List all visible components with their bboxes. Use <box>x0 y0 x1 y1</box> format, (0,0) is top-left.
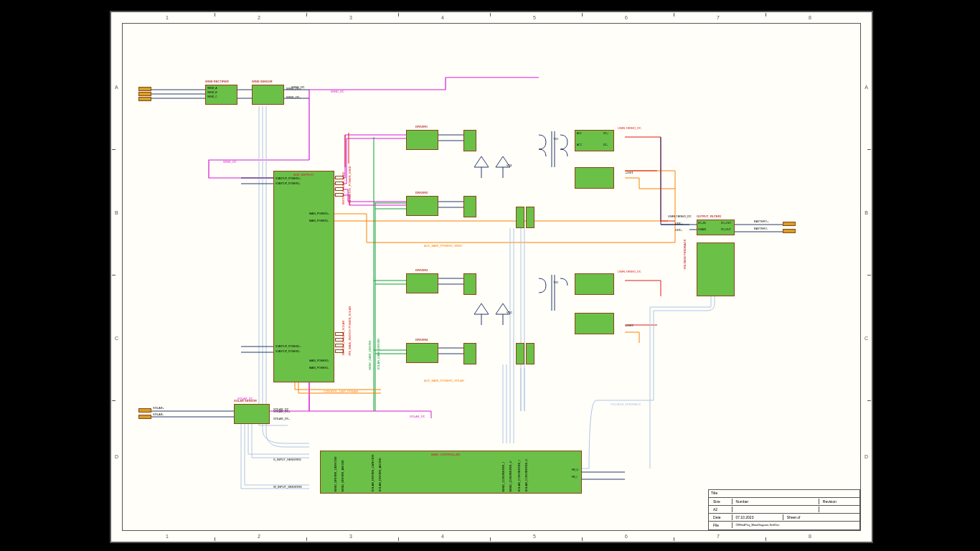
col-1b: 1 <box>166 534 169 539</box>
net-sinput: S_INPUT_SENSORS <box>273 458 301 461</box>
net-24v1: +24V1 <box>625 171 633 174</box>
row-a: A <box>115 85 118 90</box>
block-cs2 <box>526 207 534 228</box>
net-battn: BATTERY- <box>754 227 768 230</box>
title-wind-rect: WIND RECTIFIER <box>205 80 229 83</box>
col-6: 6 <box>625 15 628 20</box>
title-d3: DRIVER3 <box>415 268 428 272</box>
row-dr: D <box>864 454 868 459</box>
conn-solar-n <box>138 415 151 419</box>
net-battp: BATTERY+ <box>754 220 768 223</box>
block-rect4 <box>575 313 614 334</box>
block-main-controller <box>320 451 582 494</box>
col-3: 3 <box>349 15 352 20</box>
col-7: 7 <box>717 15 720 20</box>
conn-wind-b <box>138 92 151 96</box>
row-c: C <box>115 336 118 341</box>
net-presw-wind: PRESWITCH_POWER_WIND <box>348 166 352 204</box>
tb-date: 07.10.2023 <box>733 514 783 520</box>
net-wgate: WIND_GATE_DRIVER <box>368 341 372 370</box>
title-block: Title Size Number Revision A2 Date 07.10… <box>708 489 860 530</box>
block-solar-sensor <box>234 404 270 424</box>
net-ctrl-pwr: CONTROL_UNIT_POWER <box>324 390 358 393</box>
col-4b: 4 <box>441 534 444 539</box>
tb-file: OffGridProj_MainDiagram.SchDoc <box>733 522 855 528</box>
block-driver3 <box>406 273 438 293</box>
col-3b: 3 <box>349 534 352 539</box>
block-inv1 <box>463 130 476 151</box>
block-rect2 <box>575 167 614 189</box>
col-8b: 8 <box>809 534 811 539</box>
tb-file-lbl: File <box>711 522 732 528</box>
col-4: 4 <box>441 15 444 20</box>
row-ar: A <box>864 85 868 90</box>
title-outfilt: OUTPUT_FILTER1 <box>697 215 722 218</box>
block-driver4 <box>406 343 438 363</box>
net-sw-wind: SWITCH_POWER_WIND <box>341 172 345 205</box>
block-cs4 <box>526 343 534 364</box>
net-vd2: VD2 <box>507 311 512 314</box>
net-solarn: SOLAR- <box>153 413 164 416</box>
tb-title: Title <box>711 491 717 495</box>
net-aux-solar: AUX_MAIN_POWER1_SOLAR <box>424 379 464 382</box>
conn-solar-p <box>138 408 151 413</box>
net-sw-solar: SWITCH_POWER_SOLAR <box>341 321 345 356</box>
net-wind-dc3: WIND_DC <box>223 160 237 164</box>
tb-rev-lbl: Revision <box>821 499 857 504</box>
block-driver2 <box>406 196 438 216</box>
conn-wind-a <box>138 87 151 91</box>
title-d4: DRIVER4 <box>415 338 428 342</box>
title-vfb: VOLTAGE FEEDBACK <box>683 239 687 269</box>
col-6b: 6 <box>625 534 628 539</box>
net-sdcn: SOLAR_DC- <box>273 417 290 420</box>
col-7b: 7 <box>717 534 720 539</box>
net-sdcp: SOLAR_DC+ <box>273 410 291 413</box>
net-solar-dc3: SOLAR_DC <box>237 397 253 400</box>
conn-batt-p <box>783 222 796 226</box>
net-sgate: SOLAR_GATE_DRIVER <box>377 339 380 370</box>
net-tx2: TX2 <box>553 281 558 284</box>
schematic-sheet: 1 2 3 4 5 6 7 8 1 2 3 4 5 6 7 8 A B C D … <box>110 11 873 543</box>
col-1: 1 <box>166 15 169 20</box>
net-solar-dc2: SOLAR_DC <box>410 415 425 418</box>
col-2: 2 <box>258 15 260 20</box>
block-rect3 <box>575 273 614 295</box>
net-wind-dc2: WIND_DC <box>331 90 344 93</box>
net-24v2: +24V2 <box>625 324 633 327</box>
col-8: 8 <box>809 15 811 20</box>
row-b: B <box>115 210 118 215</box>
block-cs1 <box>516 207 524 228</box>
net-unfilt2: UNFILTERED_DC <box>618 270 641 273</box>
net-prisw-solar: PRI_MAIN_SWITCH POWER_SOLAR <box>348 306 352 356</box>
row-d: D <box>115 454 118 459</box>
net-wdcn: WIND_DC- <box>286 95 301 99</box>
net-unfilt1: UNFILTERED_DC <box>618 126 641 130</box>
net-udcn: UDC- <box>675 228 682 232</box>
net-wdcp: WIND_DC+ <box>286 87 301 90</box>
conn-batt-n <box>783 229 796 233</box>
tb-a2: A2 <box>711 507 732 512</box>
title-wind-sensor: WIND SENSOR <box>252 80 273 83</box>
col-2b: 2 <box>258 534 260 539</box>
col-5: 5 <box>533 15 536 20</box>
tb-num-lbl: Number <box>733 499 819 504</box>
block-voltage-feedback <box>697 242 735 296</box>
block-inv3 <box>463 273 476 295</box>
net-winput: W_INPUT_SENSORS <box>273 485 302 489</box>
net-udcp: UDC+ <box>675 222 683 225</box>
tb-date-lbl: Date <box>711 514 732 520</box>
title-d1: DRIVER1 <box>415 125 428 128</box>
tb-sheet: Sheet of <box>785 514 857 520</box>
net-unfilt3: UNFILTERED_DC <box>668 215 692 218</box>
conn-wind-c <box>138 97 151 101</box>
block-cs3 <box>516 343 524 364</box>
tb-size-lbl: Size <box>711 499 732 504</box>
drawing-frame: 1 2 3 4 5 6 7 8 1 2 3 4 5 6 7 8 A B C D … <box>122 23 861 531</box>
col-5b: 5 <box>533 534 536 539</box>
title-aux: AUX_SUPPLY1 <box>293 173 314 176</box>
block-wind-sensor <box>252 85 284 105</box>
block-inv4 <box>463 343 476 364</box>
net-solarp: SOLAR+ <box>153 406 164 410</box>
net-vd1: VD1 <box>507 164 512 167</box>
row-br: B <box>864 210 868 215</box>
